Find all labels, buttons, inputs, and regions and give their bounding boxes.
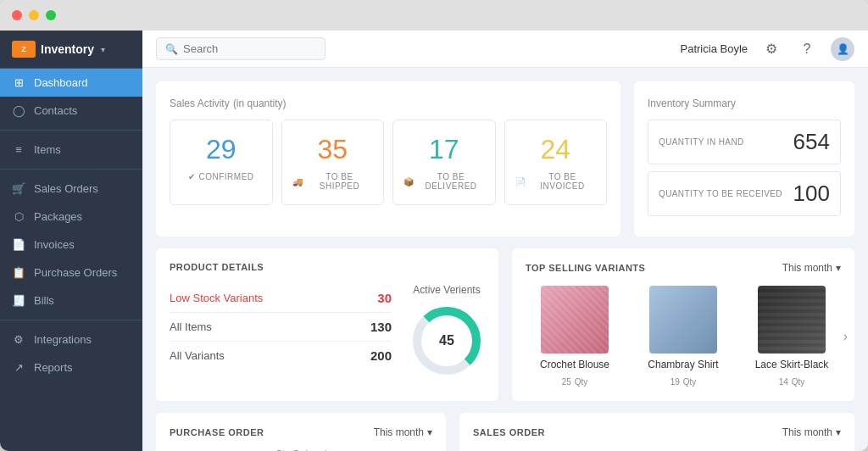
- qty-label: Qty: [575, 377, 588, 387]
- sidebar-logo[interactable]: Z Inventory ▾: [0, 31, 142, 69]
- all-variants-label: All Variants: [170, 349, 225, 362]
- donut-chart: 45: [409, 303, 485, 379]
- activity-card-delivered[interactable]: 17 📦 TO BE DELIVERED: [392, 120, 496, 205]
- help-button[interactable]: ?: [795, 37, 819, 61]
- inventory-qty-received: QUANTITY TO BE RECEIVED 100: [648, 171, 841, 216]
- active-variants-label: Active Verients: [413, 284, 480, 296]
- low-stock-value: 30: [377, 291, 392, 305]
- close-button[interactable]: [12, 10, 22, 20]
- activity-card-invoiced[interactable]: 24 📄 TO BE INVOICED: [504, 120, 608, 205]
- purchase-orders-icon: 📋: [12, 266, 25, 279]
- purchase-order-title: PURCHASE ORDER: [170, 427, 264, 437]
- items-icon: ≡: [12, 143, 25, 156]
- sidebar-item-purchase-orders[interactable]: 📋 Purchase Orders: [0, 259, 142, 287]
- search-input[interactable]: [183, 42, 302, 55]
- active-variants-chart: Active Verients 45: [409, 284, 485, 379]
- truck-icon: 🚚: [292, 177, 303, 187]
- so-filter-arrow-icon: ▾: [836, 426, 841, 438]
- app-body: Z Inventory ▾ ⊞ Dashboard ◯ Contacts ≡ I…: [0, 31, 868, 451]
- integrations-icon: ⚙: [12, 333, 25, 346]
- top-selling-items: Crochet Blouse 25 Qty Chambray Shirt: [526, 286, 841, 387]
- sidebar-item-label: Integrations: [34, 333, 92, 346]
- zoho-logo-icon: Z: [12, 41, 36, 58]
- sidebar-item-invoices[interactable]: 📄 Invoices: [0, 231, 142, 259]
- sidebar-item-label: Invoices: [34, 238, 75, 251]
- maximize-button[interactable]: [46, 10, 56, 20]
- top-row: Sales Activity (in quantity) 29 ✔ CONFIR…: [156, 81, 854, 237]
- blouse-image: [541, 286, 609, 354]
- minimize-button[interactable]: [29, 10, 39, 20]
- sales-activity-panel: Sales Activity (in quantity) 29 ✔ CONFIR…: [156, 81, 620, 237]
- inventory-summary-panel: Inventory Summary QUANTITY IN HAND 654 Q…: [634, 81, 854, 237]
- sidebar-item-bills[interactable]: 🧾 Bills: [0, 287, 142, 315]
- app-window: Z Inventory ▾ ⊞ Dashboard ◯ Contacts ≡ I…: [0, 0, 868, 451]
- sales-order-filter[interactable]: This month ▾: [782, 426, 841, 438]
- top-selling-title: TOP SELLING VARIANTS: [526, 263, 645, 273]
- all-items-value: 130: [370, 320, 392, 334]
- sidebar-item-label: Contacts: [34, 104, 77, 117]
- dashboard-content: Sales Activity (in quantity) 29 ✔ CONFIR…: [142, 68, 868, 451]
- all-items-label: All Items: [170, 320, 212, 333]
- confirmed-number: 29: [181, 134, 262, 165]
- top-selling-filter[interactable]: This month ▾: [782, 262, 841, 274]
- activity-card-shipped[interactable]: 35 🚚 TO BE SHIPPED: [281, 120, 385, 205]
- sales-order-panel: SALES ORDER This month ▾ Channel Draft: [459, 413, 854, 451]
- sidebar-item-label: Reports: [34, 361, 73, 374]
- activity-card-confirmed[interactable]: 29 ✔ CONFIRMED: [170, 120, 273, 205]
- blouse-name: Crochet Blouse: [526, 359, 624, 370]
- product-details-panel: PRODUCT DETAILS Low Stock Variants 30 Al…: [156, 248, 498, 401]
- skirt-image: [758, 286, 826, 354]
- search-box[interactable]: 🔍: [156, 37, 326, 60]
- ts-item-shirt[interactable]: Chambray Shirt 19 Qty: [634, 286, 732, 387]
- search-icon: 🔍: [165, 43, 178, 55]
- sidebar-item-label: Sales Orders: [34, 182, 98, 195]
- shipped-label: 🚚 TO BE SHIPPED: [292, 172, 374, 191]
- sidebar-item-packages[interactable]: ⬡ Packages: [0, 203, 142, 231]
- bills-icon: 🧾: [12, 294, 25, 307]
- reports-icon: ↗: [12, 361, 25, 374]
- sidebar-item-reports[interactable]: ↗ Reports: [0, 354, 142, 381]
- packages-icon: ⬡: [12, 210, 25, 223]
- user-name: Patricia Boyle: [681, 42, 748, 55]
- settings-button[interactable]: ⚙: [760, 37, 783, 61]
- activity-cards: 29 ✔ CONFIRMED 35 🚚 TO BE SHIP: [170, 120, 607, 205]
- qty-label: Qty: [792, 377, 805, 387]
- product-details-left: Low Stock Variants 30 All Items 130 All …: [170, 284, 392, 379]
- delivered-label: 📦 TO BE DELIVERED: [403, 172, 485, 191]
- sales-order-title: SALES ORDER: [473, 427, 545, 437]
- delivered-number: 17: [403, 134, 485, 165]
- blouse-qty: 25 Qty: [526, 374, 624, 387]
- purchase-order-filter[interactable]: This month ▾: [374, 426, 432, 438]
- sidebar: Z Inventory ▾ ⊞ Dashboard ◯ Contacts ≡ I…: [0, 31, 142, 451]
- product-details-title: PRODUCT DETAILS: [170, 262, 485, 272]
- orders-row: PURCHASE ORDER This month ▾ Qty Ordered …: [156, 413, 854, 451]
- shirt-image: [649, 286, 717, 354]
- ts-item-skirt[interactable]: Lace Skirt-Black 14 Qty: [743, 286, 841, 387]
- sidebar-divider2: [0, 169, 142, 170]
- sidebar-item-label: Items: [34, 143, 61, 156]
- sales-order-header: SALES ORDER This month ▾: [473, 426, 841, 438]
- all-items-row[interactable]: All Items 130: [170, 313, 392, 342]
- purchase-order-header: PURCHASE ORDER This month ▾: [170, 426, 432, 438]
- shirt-name: Chambray Shirt: [634, 359, 732, 370]
- header: 🔍 Patricia Boyle ⚙ ? 👤: [142, 31, 868, 68]
- sidebar-logo-text: Inventory: [41, 42, 94, 56]
- sidebar-item-contacts[interactable]: ◯ Contacts: [0, 97, 142, 125]
- sidebar-item-label: Purchase Orders: [34, 266, 117, 279]
- contacts-icon: ◯: [12, 104, 25, 117]
- sidebar-item-items[interactable]: ≡ Items: [0, 136, 142, 164]
- all-variants-row[interactable]: All Variants 200: [170, 342, 392, 370]
- low-stock-row[interactable]: Low Stock Variants 30: [170, 284, 392, 313]
- middle-row: PRODUCT DETAILS Low Stock Variants 30 Al…: [156, 248, 854, 401]
- ts-item-blouse[interactable]: Crochet Blouse 25 Qty: [526, 286, 624, 387]
- sidebar-item-integrations[interactable]: ⚙ Integrations: [0, 326, 142, 354]
- sidebar-item-label: Bills: [34, 294, 54, 307]
- qty-label: Qty: [683, 377, 697, 387]
- sidebar-item-sales-orders[interactable]: 🛒 Sales Orders: [0, 175, 142, 203]
- filter-arrow-icon: ▾: [836, 262, 841, 274]
- delivery-icon: 📦: [403, 177, 415, 187]
- all-variants-value: 200: [370, 348, 392, 363]
- sidebar-item-dashboard[interactable]: ⊞ Dashboard: [0, 69, 142, 97]
- next-items-button[interactable]: ›: [843, 329, 848, 344]
- avatar[interactable]: 👤: [831, 37, 854, 61]
